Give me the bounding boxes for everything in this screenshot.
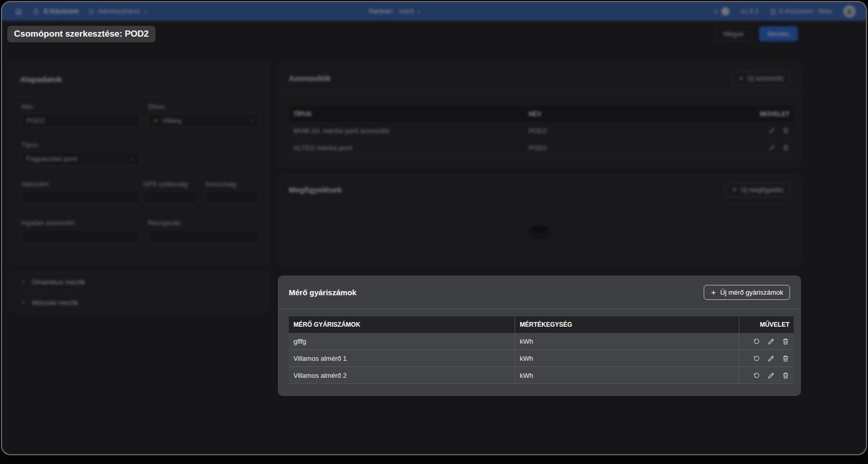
delete-icon[interactable]: [782, 372, 789, 379]
save-button[interactable]: Mentés: [759, 26, 798, 41]
empty-box-icon: [526, 224, 552, 241]
history-icon[interactable]: [753, 338, 761, 345]
sun-icon: [713, 9, 719, 14]
column-header-nev: NÉV: [524, 110, 737, 118]
table-header: TÍPUS NÉV MŰVELET: [289, 106, 794, 122]
chevron-down-icon: [249, 118, 254, 123]
table-row: ALTEO mérési pont POD2: [289, 139, 794, 156]
identifier-type: ALTEO mérési pont: [289, 144, 524, 152]
meter-unit: kWh: [515, 367, 739, 383]
empty-state: [278, 206, 800, 258]
panel-azonositok: Azonosítók Új azonosító TÍPUS NÉV MŰVELE…: [278, 61, 801, 167]
panel-title: Azonosítók: [289, 74, 331, 83]
delete-icon[interactable]: [782, 355, 789, 362]
chevron-down-icon: [143, 9, 148, 14]
meter-serial: Villamos almérő 1: [289, 350, 515, 366]
identifier-name: POD2: [524, 144, 737, 152]
home-icon[interactable]: [14, 7, 23, 15]
panel-alapadatok: Alapadatok Név: Stílus: Villany Típus:: [9, 61, 270, 264]
chevron-right-icon: [20, 300, 25, 305]
property-id-input[interactable]: [21, 229, 140, 244]
panel-title: Mérő gyáriszámok: [289, 288, 357, 297]
type-select[interactable]: Fogyasztási pont: [21, 151, 140, 166]
style-label: Stílus:: [148, 103, 259, 110]
plus-icon: [732, 187, 737, 193]
edit-icon[interactable]: [767, 338, 775, 345]
collapse-muszaki-mezok[interactable]: Műszaki mezők: [10, 292, 269, 312]
style-value: Villany: [162, 117, 182, 124]
app-window: E-Közüzem Adminisztráció Partner: mérő: [1, 1, 867, 455]
partner-value: mérő: [399, 8, 413, 15]
plus-icon: [710, 290, 717, 296]
top-navbar: E-Közüzem Adminisztráció Partner: mérő: [2, 2, 866, 21]
name-input[interactable]: [21, 113, 140, 127]
history-icon[interactable]: [753, 355, 761, 362]
plus-icon: [738, 75, 744, 81]
collapse-label: Dinamikus mezők: [32, 278, 85, 286]
part-owner-input[interactable]: [148, 229, 259, 244]
theme-toggle[interactable]: [713, 7, 730, 15]
table-row: Villamos almérő 1 kWh: [289, 350, 794, 367]
version-label: v1.9.3: [741, 8, 758, 15]
table-row: Villamos almérő 2 kWh: [289, 367, 794, 384]
identifier-type: MVM Zrt. mérési pont azonosító: [289, 127, 524, 135]
add-meter-serial-label: Új mérő gyáriszámok: [720, 289, 783, 296]
table-row: gfffg kWh: [289, 333, 794, 350]
nav-admin-menu[interactable]: Adminisztráció: [88, 8, 147, 15]
edit-icon[interactable]: [767, 355, 775, 362]
meter-serial: gfffg: [289, 333, 515, 349]
delete-icon[interactable]: [782, 127, 789, 134]
panel-megfigyelesek: Megfigyelések Új megfigyelés: [278, 175, 801, 265]
building-icon: [770, 8, 777, 15]
collapse-label: Műszaki mezők: [32, 299, 79, 307]
gps-lon-input[interactable]: [205, 190, 259, 205]
panel-mero-gyariszamok: Mérő gyáriszámok Új mérő gyáriszámok MÉR…: [278, 276, 801, 396]
environment-badge: E-Közüzem - Beta: [770, 8, 832, 15]
collapse-dinamikus-mezok[interactable]: Dinamikus mezők: [10, 272, 269, 292]
column-header-unit: MÉRTÉKEGYSÉG: [515, 316, 739, 333]
shield-icon: [88, 8, 95, 15]
add-meter-serial-button[interactable]: Új mérő gyáriszámok: [704, 285, 790, 300]
table-row: MVM Zrt. mérési pont azonosító POD2: [289, 122, 794, 139]
column-header-muvelet: MŰVELET: [737, 110, 794, 118]
edit-icon[interactable]: [768, 127, 776, 134]
meter-serial: Villamos almérő 2: [289, 367, 515, 383]
column-header-serial: MÉRŐ GYÁRISZÁMOK: [289, 316, 515, 333]
name-label: Név:: [21, 103, 140, 110]
user-avatar[interactable]: [843, 5, 856, 18]
history-icon[interactable]: [753, 372, 761, 379]
meter-unit: kWh: [515, 333, 739, 349]
partner-label: Partner:: [369, 8, 394, 15]
style-select[interactable]: Villany: [148, 113, 259, 127]
lightning-icon: [153, 117, 159, 124]
meter-unit: kWh: [515, 350, 739, 366]
type-value: Fogyasztási pont: [26, 155, 77, 163]
part-owner-label: Részgazda:: [148, 219, 259, 227]
property-id-label: Ingatlan azonosító:: [21, 219, 140, 227]
column-header-tipus: TÍPUS: [289, 110, 524, 118]
partner-select[interactable]: mérő: [399, 8, 421, 15]
edit-icon[interactable]: [767, 372, 775, 379]
toggle-knob: [721, 7, 730, 15]
environment-label: E-Közüzem - Beta: [780, 8, 832, 15]
add-identifier-label: Új azonosító: [748, 75, 783, 82]
delete-icon[interactable]: [782, 338, 789, 345]
chevron-right-icon: [20, 280, 25, 285]
brand[interactable]: E-Közüzem: [32, 7, 79, 16]
panel-collapse-sections: Dinamikus mezők Műszaki mezők: [9, 271, 270, 312]
chevron-down-icon: [416, 9, 421, 14]
delete-icon[interactable]: [782, 144, 789, 151]
cancel-button[interactable]: Mégse: [715, 26, 752, 41]
gps-lat-input[interactable]: [143, 190, 198, 205]
panel-title: Megfigyelések: [289, 185, 342, 194]
gps-lon-label: hosszúság:: [205, 181, 259, 188]
add-observation-button[interactable]: Új megfigyelés: [725, 183, 790, 197]
edit-icon[interactable]: [768, 144, 776, 151]
add-identifier-button[interactable]: Új azonosító: [732, 71, 790, 86]
page-title: Csomópont szerkesztése: POD2: [7, 26, 156, 42]
panel-title: Alapadatok: [20, 75, 62, 84]
chevron-down-icon: [130, 156, 135, 161]
gps-lat-label: GPS szélesség:: [143, 181, 198, 188]
add-observation-label: Új megfigyelés: [741, 186, 783, 194]
tax-number-input[interactable]: [21, 190, 140, 205]
